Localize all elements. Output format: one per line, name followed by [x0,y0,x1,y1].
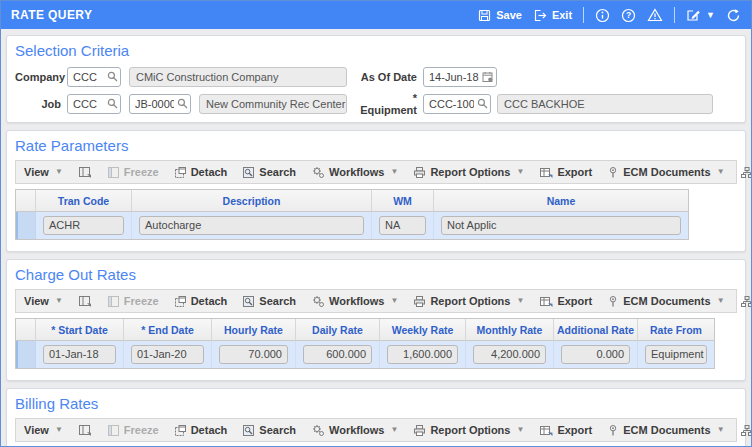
monthly-rate-field[interactable]: 4,200.000 [473,345,546,364]
column-header[interactable]: Hourly Rate [212,319,296,341]
table-row[interactable]: ACHR Autocharge NA Not Applic [16,212,688,239]
edit-note-button[interactable]: ▼ [686,8,715,22]
exit-button[interactable]: Exit [533,9,572,22]
detach-button[interactable]: Detach [174,424,228,437]
user-extensions-icon [740,424,751,437]
page-title: RATE QUERY [11,8,92,22]
row-selector-cell[interactable] [16,341,36,368]
detach-button[interactable]: Detach [174,295,228,308]
search-button[interactable]: Search [242,295,296,308]
chevron-down-icon: ▼ [717,426,725,434]
refresh-button[interactable] [726,8,741,23]
weekly-rate-field[interactable]: 1,600.000 [387,345,458,364]
workflows-label: Workflows [329,424,384,436]
search-icon[interactable] [477,98,488,109]
report-options-button[interactable]: Report Options▼ [413,424,524,437]
selector-header-cell [16,319,36,341]
as-of-date-lookup [423,67,497,87]
column-header[interactable]: Daily Rate [296,319,380,341]
row-selector-cell[interactable] [16,212,36,239]
table-header-row: Tran Code Description WM Name [16,190,688,212]
column-header[interactable]: WM [372,190,434,212]
save-button[interactable]: Save [478,9,522,22]
warning-button[interactable] [647,8,663,22]
exit-label: Exit [552,9,572,21]
company-name-field: CMiC Construction Company [129,67,347,87]
exit-icon [533,9,547,22]
form-row: Company CMiC Construction Company As Of … [15,65,737,89]
start-date-field[interactable]: 01-Jan-18 [43,345,116,364]
ecm-documents-button[interactable]: ECM Documents▼ [607,166,724,179]
column-header[interactable]: Name [434,190,688,212]
view-button[interactable]: View▼ [24,295,63,307]
freeze-button[interactable]: Freeze [107,295,159,308]
edit-note-icon [686,8,701,22]
user-extensions-button[interactable]: User Extensions [740,424,751,437]
search-icon[interactable] [107,71,118,82]
description-field[interactable]: Autocharge [139,216,364,235]
export-button[interactable]: Export [539,424,592,437]
detach-icon [174,424,187,437]
detach-label: Detach [191,424,228,436]
export-label: Export [557,295,592,307]
view-button[interactable]: View▼ [24,424,63,436]
workflows-button[interactable]: Workflows▼ [311,166,398,179]
search-button[interactable]: Search [242,166,296,179]
column-header[interactable]: * Start Date [36,319,124,341]
chevron-down-icon: ▼ [55,297,63,305]
divider [583,7,584,23]
info-button[interactable] [595,8,610,23]
ecm-documents-button[interactable]: ECM Documents▼ [607,424,724,437]
freeze-button[interactable]: Freeze [107,424,159,437]
warning-icon [647,8,663,22]
column-header[interactable]: Weekly Rate [380,319,466,341]
calendar-icon[interactable] [482,71,494,83]
view-label: View [24,424,49,436]
save-icon [478,9,491,22]
user-extensions-button[interactable]: User Extensions [740,166,751,179]
hourly-rate-field[interactable]: 70.000 [219,345,288,364]
column-header[interactable]: * End Date [124,319,212,341]
rate-from-field[interactable]: Equipment [645,345,707,364]
name-field[interactable]: Not Applic [441,216,681,235]
column-header[interactable]: Rate From [638,319,714,341]
workflows-button[interactable]: Workflows▼ [311,424,398,437]
detach-button[interactable]: Detach [174,166,228,179]
user-extensions-button[interactable]: User Extensions [740,295,751,308]
report-options-label: Report Options [430,166,510,178]
daily-rate-field[interactable]: 600.000 [303,345,372,364]
view-button[interactable]: View▼ [24,166,63,178]
column-header[interactable]: Tran Code [36,190,132,212]
export-button[interactable]: Export [539,295,592,308]
printer-icon [413,166,426,179]
workflows-button[interactable]: Workflows▼ [311,295,398,308]
freeze-button[interactable]: Freeze [107,166,159,179]
ecm-documents-button[interactable]: ECM Documents▼ [607,295,724,308]
report-options-button[interactable]: Report Options▼ [413,166,524,179]
detach-icon [174,166,187,179]
column-header[interactable]: Description [132,190,372,212]
search-icon[interactable] [107,98,118,109]
wm-field[interactable]: NA [379,216,426,235]
tran-code-field[interactable]: ACHR [43,216,124,235]
end-date-field[interactable]: 01-Jan-20 [131,345,204,364]
additional-rate-field[interactable]: 0.000 [561,345,630,364]
report-options-button[interactable]: Report Options▼ [413,295,524,308]
workflows-icon [311,166,325,179]
column-header[interactable]: Monthly Rate [466,319,554,341]
equipment-name-field: CCC BACKHOE [497,94,713,114]
help-button[interactable]: ? [621,8,636,23]
workflows-label: Workflows [329,295,384,307]
search-button[interactable]: Search [242,424,296,437]
select-column-button[interactable] [78,423,92,437]
charge-out-rates-grid: * Start Date * End Date Hourly Rate Dail… [15,318,715,369]
select-column-button[interactable] [78,165,92,179]
table-row[interactable]: 01-Jan-18 01-Jan-20 70.000 600.000 1,600… [16,341,714,368]
search-icon[interactable] [177,98,188,109]
column-header[interactable]: Additional Rate [554,319,638,341]
svg-text:?: ? [626,10,631,20]
select-column-button[interactable] [78,294,92,308]
export-button[interactable]: Export [539,166,592,179]
chevron-down-icon: ▼ [390,168,398,176]
chevron-down-icon: ▼ [55,168,63,176]
